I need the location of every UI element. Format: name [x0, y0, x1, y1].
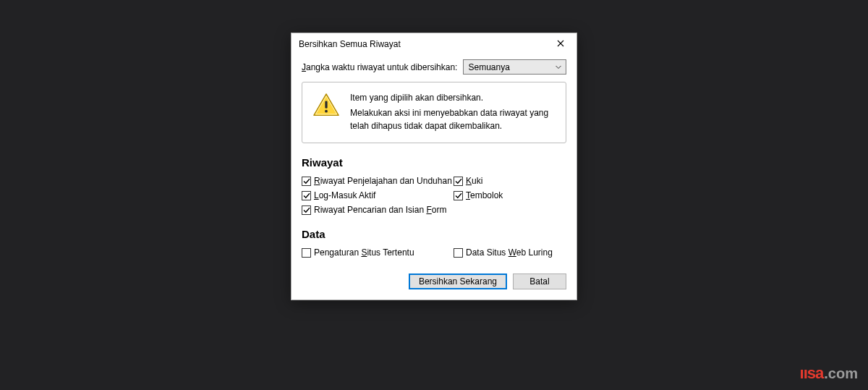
- check-label: Log-Masuk Aktif: [314, 190, 375, 200]
- svg-rect-0: [325, 101, 327, 108]
- warning-icon: [312, 93, 340, 119]
- watermark-brand: ıısa: [800, 364, 824, 383]
- cancel-button[interactable]: Batal: [513, 274, 566, 289]
- section-data-title: Data: [302, 228, 566, 240]
- watermark: ıısa.com: [800, 364, 858, 383]
- section-history-title: Riwayat: [302, 156, 566, 169]
- time-range-select[interactable]: Semuanya: [463, 59, 566, 75]
- clear-history-dialog: Bersihkan Semua Riwayat Jangka waktu riw…: [291, 33, 577, 300]
- history-checks: Riwayat Penjelajahan dan Unduhan Kuki Lo…: [302, 176, 566, 215]
- warning-box: Item yang dipilih akan dibersihkan. Mela…: [302, 82, 566, 143]
- check-label: Riwayat Pencarian dan Isian Form: [314, 205, 446, 215]
- clear-now-button[interactable]: Bersihkan Sekarang: [409, 274, 507, 289]
- warning-line2: Melakukan aksi ini menyebabkan data riwa…: [350, 106, 556, 132]
- check-label: Pengaturan Situs Tertentu: [314, 247, 414, 258]
- time-range-row: Jangka waktu riwayat untuk dibersihkan: …: [302, 59, 566, 75]
- checkbox-icon: [302, 191, 311, 200]
- watermark-suffix: .com: [824, 365, 858, 382]
- check-form-history[interactable]: Riwayat Pencarian dan Isian Form: [302, 205, 454, 215]
- check-label: Tembolok: [466, 190, 503, 200]
- checkbox-icon: [454, 248, 463, 258]
- check-offline-data[interactable]: Data Situs Web Luring: [454, 247, 566, 258]
- svg-point-1: [325, 110, 328, 113]
- check-label: Riwayat Penjelajahan dan Unduhan: [314, 176, 452, 186]
- chevron-down-icon: [556, 65, 561, 69]
- time-range-value: Semuanya: [468, 62, 509, 72]
- warning-text: Item yang dipilih akan dibersihkan. Mela…: [350, 91, 556, 132]
- dialog-title: Bersihkan Semua Riwayat: [299, 39, 546, 49]
- checkbox-icon: [454, 191, 463, 200]
- check-cookies[interactable]: Kuki: [454, 176, 566, 186]
- time-range-label: Jangka waktu riwayat untuk dibersihkan:: [302, 62, 457, 72]
- check-label: Data Situs Web Luring: [466, 247, 553, 258]
- warning-line1: Item yang dipilih akan dibersihkan.: [350, 91, 556, 104]
- check-active-logins[interactable]: Log-Masuk Aktif: [302, 190, 454, 200]
- check-site-settings[interactable]: Pengaturan Situs Tertentu: [302, 247, 454, 258]
- checkbox-icon: [302, 205, 311, 215]
- check-browsing-history[interactable]: Riwayat Penjelajahan dan Unduhan: [302, 176, 454, 186]
- data-checks: Pengaturan Situs Tertentu Data Situs Web…: [302, 247, 566, 258]
- checkbox-icon: [302, 177, 311, 186]
- close-icon: [557, 39, 564, 49]
- checkbox-icon: [302, 248, 311, 258]
- check-cache[interactable]: Tembolok: [454, 190, 566, 200]
- dialog-body: Jangka waktu riwayat untuk dibersihkan: …: [292, 55, 576, 300]
- check-label: Kuki: [466, 176, 482, 186]
- close-button[interactable]: [546, 34, 575, 54]
- checkbox-icon: [454, 177, 463, 186]
- titlebar[interactable]: Bersihkan Semua Riwayat: [292, 33, 576, 55]
- button-row: Bersihkan Sekarang Batal: [302, 274, 566, 289]
